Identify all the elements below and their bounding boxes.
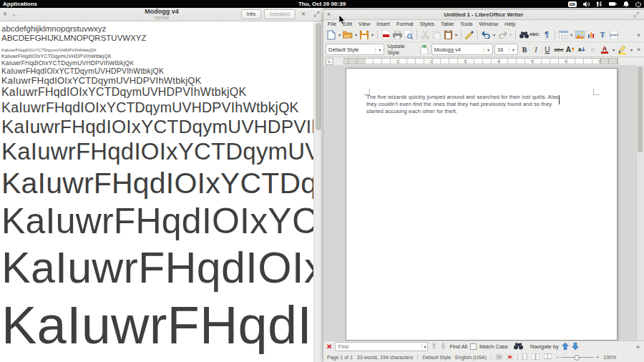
find-and-replace-icon[interactable] [514, 343, 523, 351]
menu-insert[interactable]: Insert [376, 21, 390, 27]
insert-chart-icon[interactable] [585, 29, 597, 41]
undo-dropdown-arrow[interactable]: ▾ [492, 29, 497, 41]
paste-dropdown-arrow[interactable]: ▾ [454, 29, 459, 41]
clock[interactable]: Thu, Oct 20 00:39 [298, 1, 346, 7]
language-status[interactable]: English (USA) [455, 355, 487, 360]
cut-icon[interactable] [419, 29, 431, 41]
navigate-up-icon[interactable] [562, 343, 569, 351]
power-icon[interactable] [635, 1, 641, 7]
find-all-label[interactable]: Find All [449, 343, 467, 350]
paragraph-style-combo[interactable]: Default Style▾ [326, 44, 384, 55]
page-style-status[interactable]: Default Style [422, 355, 451, 360]
toolbar-overflow-button[interactable]: » [637, 31, 642, 39]
menu-help[interactable]: Help [504, 21, 515, 27]
insert-textbox-icon[interactable]: T [597, 29, 608, 41]
writer-scrollbar-thumb[interactable] [638, 67, 643, 152]
new-dropdown-arrow[interactable]: ▾ [337, 29, 342, 41]
print-preview-icon[interactable] [403, 29, 414, 41]
find-replace-icon[interactable] [518, 29, 530, 41]
paste-icon[interactable] [442, 29, 454, 41]
document-canvas[interactable]: The five wizards quickly jumped around a… [323, 65, 644, 341]
new-style-icon[interactable] [419, 44, 430, 55]
insert-mode-icon[interactable] [496, 354, 502, 361]
menu-tools[interactable]: Tools [460, 21, 473, 27]
font-color-dropdown-arrow[interactable]: ▾ [611, 44, 616, 55]
update-style-label[interactable]: Update Style [386, 43, 416, 56]
font-viewer-scrollbar-thumb[interactable] [316, 23, 321, 130]
menu-format[interactable]: Format [396, 21, 414, 27]
find-input[interactable] [336, 343, 421, 350]
menu-view[interactable]: View [358, 21, 370, 27]
shrink-font-button[interactable]: A [577, 44, 587, 55]
menu-file[interactable]: File [328, 21, 336, 27]
table-dropdown-arrow[interactable]: ▾ [569, 29, 574, 41]
highlight-dropdown-arrow[interactable]: ▾ [629, 44, 634, 55]
zoom-in-button[interactable]: + [596, 355, 599, 360]
zoom-out-button[interactable]: − [556, 355, 559, 360]
font-name-combo[interactable]: Modogg v4▾ [431, 44, 493, 55]
insert-image-icon[interactable] [574, 29, 585, 41]
writer-close-button[interactable]: × [323, 10, 334, 19]
spellcheck-icon[interactable]: ABC [530, 29, 541, 41]
multi-page-view-icon[interactable] [532, 353, 540, 361]
strikethrough-button[interactable]: abc [554, 44, 564, 55]
find-previous-icon[interactable] [431, 343, 437, 351]
document-page[interactable]: The five wizards quickly jumped around a… [346, 68, 618, 341]
find-close-icon[interactable]: ✕ [326, 343, 332, 351]
findbar-overflow-button[interactable]: » [636, 343, 641, 351]
single-page-view-icon[interactable] [522, 353, 527, 361]
zoom-slider-thumb[interactable] [574, 355, 580, 361]
page-count-status[interactable]: Page 1 of 1 [327, 355, 353, 360]
redo-dropdown-arrow[interactable]: ▾ [508, 29, 513, 41]
italic-button[interactable]: I [531, 44, 541, 55]
document-text[interactable]: The five wizards quickly jumped around a… [366, 94, 602, 115]
insert-table-icon[interactable] [557, 29, 569, 41]
open-dropdown-arrow[interactable]: ▾ [353, 29, 358, 41]
undo-icon[interactable] [480, 29, 492, 41]
writer-vertical-scrollbar[interactable] [636, 65, 644, 341]
navigate-down-icon[interactable] [572, 343, 579, 351]
export-pdf-icon[interactable] [380, 29, 391, 41]
writer-resize-button[interactable]: ⤢ [630, 10, 643, 19]
menu-table[interactable]: Table [441, 21, 454, 27]
clear-formatting-button[interactable]: fx [588, 44, 598, 55]
copy-icon[interactable] [431, 29, 442, 41]
installed-button[interactable]: Installed [264, 9, 296, 19]
tab-stop-selector[interactable]: L [326, 58, 333, 65]
match-case-checkbox[interactable] [470, 343, 477, 350]
menu-edit[interactable]: Edit [343, 21, 352, 27]
highlight-color-button[interactable] [618, 44, 628, 55]
notifications-bell-icon[interactable] [623, 1, 629, 7]
insert-page-break-icon[interactable] [608, 29, 620, 41]
applications-menu[interactable]: Applications [3, 1, 37, 7]
save-dropdown-arrow[interactable]: ▾ [370, 29, 375, 41]
writer-titlebar[interactable]: × Untitled 1 - LibreOffice Writer ⤢ [323, 10, 644, 20]
menu-window[interactable]: Window [479, 21, 499, 27]
zoom-level-status[interactable]: 100% [603, 355, 616, 360]
book-view-icon[interactable] [544, 353, 552, 361]
info-button[interactable]: Info [241, 9, 262, 19]
grow-font-button[interactable]: A [565, 44, 575, 55]
find-history-dropdown[interactable]: ▾ [421, 344, 427, 349]
battery-icon[interactable] [609, 1, 617, 6]
font-size-combo[interactable]: 16▾ [494, 44, 518, 55]
formatting-marks-icon[interactable]: ¶ [541, 29, 552, 41]
underline-button[interactable]: U [542, 44, 552, 55]
find-next-icon[interactable] [440, 343, 447, 351]
ruler[interactable]: 1234567 [343, 58, 618, 64]
selection-mode-icon[interactable] [507, 354, 513, 361]
bold-button[interactable]: B [519, 44, 530, 55]
open-file-icon[interactable] [342, 29, 353, 41]
formatting-overflow-button[interactable]: » [637, 46, 642, 53]
keyboard-layout-indicator[interactable]: us [568, 1, 577, 7]
volume-icon[interactable] [583, 1, 590, 7]
network-icon[interactable] [596, 1, 602, 7]
font-viewer-close-icon[interactable]: × [298, 8, 308, 21]
save-icon[interactable] [358, 29, 370, 41]
menu-styles[interactable]: Styles [420, 21, 434, 27]
clone-formatting-icon[interactable] [464, 29, 475, 41]
font-viewer-resize-icon[interactable]: ⤢ [311, 8, 321, 21]
word-count-status[interactable]: 33 words, 194 characters [357, 355, 414, 360]
font-viewer-close-button[interactable]: × [0, 8, 10, 21]
redo-icon[interactable] [497, 29, 508, 41]
